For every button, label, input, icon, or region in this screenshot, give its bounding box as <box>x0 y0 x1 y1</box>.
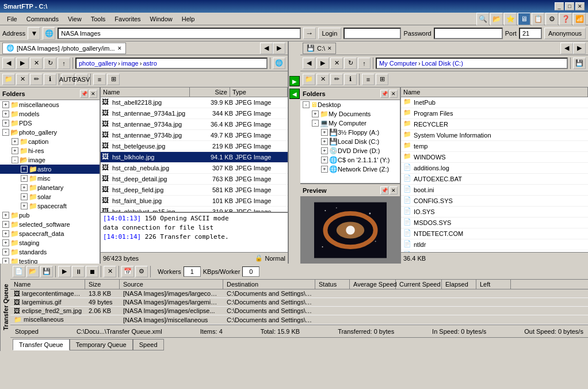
qh-avg-speed[interactable]: Average Speed <box>350 280 396 289</box>
toolbar-icon-7[interactable]: ❓ <box>559 13 572 25</box>
ftp-refresh[interactable]: ↻ <box>44 58 56 69</box>
tree-item-pub[interactable]: + 📁 pub <box>0 211 100 220</box>
queue-row[interactable]: 📁 miscellaneous [NASA Images]/miscellane… <box>10 315 588 325</box>
local-tree-my-computer[interactable]: - 💻 My Computer <box>300 119 400 128</box>
menu-view[interactable]: View <box>63 14 86 24</box>
qh-left[interactable]: Left <box>476 280 511 289</box>
file-row[interactable]: 🖼 hst_abell2218.jpg 39.9 KB JPEG Image <box>101 97 288 108</box>
file-row[interactable]: 🖼 hst_globclust_m15.jpg 319 KB JPEG Imag… <box>101 207 288 212</box>
file-row-selected[interactable]: 🖼 hst_blkhole.jpg 94.1 KB JPEG Image <box>101 152 288 163</box>
ftp-tab-close[interactable]: ✕ <box>117 45 122 51</box>
local-up[interactable]: ↑ <box>358 58 371 69</box>
file-row[interactable]: 🖼 hst_deep_field.jpg 581 KB JPEG Image <box>101 185 288 196</box>
local-folders-pin[interactable]: 📌 <box>380 90 388 98</box>
local-nav-end[interactable]: 💾 <box>573 58 586 69</box>
col-header-name[interactable]: Name <box>101 87 190 97</box>
local-tree-network-y[interactable]: + 🌐 C$ on '2.1.1.1' (Y:) <box>300 155 400 165</box>
ftp-folders-close[interactable]: ✕ <box>89 90 97 98</box>
tree-item-standards[interactable]: + 📁 standards <box>0 247 100 257</box>
tree-item-spacecraft[interactable]: + 📁 spacecraft <box>0 201 100 211</box>
maximize-button[interactable]: □ <box>565 2 574 10</box>
qh-cur-speed[interactable]: Current Speed <box>396 280 442 289</box>
local-tree-local-disk[interactable]: + 💾 Local Disk (C:) <box>300 137 400 146</box>
queue-new[interactable]: 📄 <box>13 266 25 277</box>
local-file-row[interactable]: 📁 InetPub <box>401 97 588 108</box>
qh-name[interactable]: Name <box>10 280 85 289</box>
qh-elapsed[interactable]: Elapsed <box>442 280 476 289</box>
workers-input[interactable] <box>184 266 201 277</box>
tree-item-testing[interactable]: + 📁 testing <box>0 257 100 264</box>
minimize-button[interactable]: _ <box>555 2 564 10</box>
login-button[interactable]: Login <box>318 28 342 39</box>
queue-stop[interactable]: ⏹ <box>86 266 98 277</box>
password-input[interactable] <box>434 28 503 39</box>
ftp-next-tab[interactable]: ▶ <box>273 43 285 54</box>
queue-row[interactable]: 🖼 largeminus.gif 49 bytes [NASA Images]/… <box>10 298 588 307</box>
transfer-left-button[interactable]: ◀ <box>289 89 300 99</box>
tree-item-image[interactable]: - 📂 image <box>0 155 100 165</box>
preview-close[interactable]: ✕ <box>390 186 398 194</box>
tree-item-planetary[interactable]: + 📁 planetary <box>0 183 100 192</box>
ftp-new-folder[interactable]: 📁 <box>2 74 15 85</box>
tree-item-caption[interactable]: + 📁 caption <box>0 137 100 146</box>
local-file-row[interactable]: 📄 CONFIG.SYS <box>401 196 588 207</box>
local-file-row[interactable]: 📄 boot.ini <box>401 185 588 196</box>
local-properties[interactable]: ℹ <box>344 74 357 85</box>
qh-status[interactable]: Status <box>315 280 350 289</box>
local-stop[interactable]: ✕ <box>330 58 343 69</box>
local-file-row[interactable]: 📁 temp <box>401 141 588 152</box>
col-header-size[interactable]: Size <box>190 87 230 97</box>
toolbar-icon-5[interactable]: 📋 <box>532 13 544 25</box>
local-next-tab[interactable]: ▶ <box>573 43 586 54</box>
toolbar-icon-1[interactable]: 🔍 <box>476 13 489 25</box>
local-file-row[interactable]: 📄 ntldr <box>401 239 588 250</box>
local-tree-dvd[interactable]: + 💿 DVD Drive (D:) <box>300 146 400 155</box>
toolbar-icon-2[interactable]: 📂 <box>490 13 503 25</box>
breadcrumb-astro[interactable]: astro <box>143 60 156 67</box>
ftp-prev-tab[interactable]: ◀ <box>260 43 273 54</box>
local-file-row[interactable]: 📁 Program Files <box>401 108 588 119</box>
col-header-type[interactable]: Type <box>230 87 288 97</box>
ftp-list-view[interactable]: ≡ <box>93 74 106 85</box>
local-detail-view[interactable]: ⊞ <box>376 74 388 85</box>
tree-item-staging[interactable]: + 📁 staging <box>0 238 100 247</box>
tree-item-misc[interactable]: + 📁 misc <box>0 174 100 183</box>
toolbar-icon-3[interactable]: ⭐ <box>504 13 517 25</box>
breadcrumb-image[interactable]: image <box>121 60 139 67</box>
port-input[interactable] <box>519 28 542 39</box>
menu-commands[interactable]: Commands <box>22 14 63 24</box>
queue-pause[interactable]: ⏸ <box>72 266 85 277</box>
toolbar-icon-4[interactable]: 🖥 <box>518 13 530 25</box>
ftp-pasv[interactable]: PASV <box>75 74 88 85</box>
ftp-tab[interactable]: 🌐 [NASA Images] /photo_gallery/im... ✕ <box>2 43 126 54</box>
ftp-nav-end[interactable]: 🌐 <box>273 58 285 69</box>
address-dropdown-button[interactable]: ▼ <box>28 27 40 40</box>
local-rename[interactable]: ✏ <box>330 74 343 85</box>
toolbar-icon-6[interactable]: ⚙ <box>545 13 558 25</box>
menu-help[interactable]: Help <box>177 14 200 24</box>
close-button[interactable]: ✕ <box>575 2 585 10</box>
local-file-row[interactable]: 📄 additions.log <box>401 163 588 174</box>
menu-file[interactable]: File <box>2 14 22 24</box>
file-row[interactable]: 🖼 hst_betelgeuse.jpg 219 KB JPEG Image <box>101 141 288 152</box>
tree-item-solar[interactable]: + 📁 solar <box>0 192 100 201</box>
local-list-view[interactable]: ≡ <box>362 74 375 85</box>
ftp-auto[interactable]: AUTO <box>62 74 74 85</box>
file-row[interactable]: 🖼 hst_antennae_9734a1.jpg 344 KB JPEG Im… <box>101 108 288 119</box>
file-row[interactable]: 🖼 hst_faint_blue.jpg 101 KB JPEG Image <box>101 196 288 207</box>
ftp-up[interactable]: ↑ <box>58 58 70 69</box>
address-go-button[interactable]: → <box>303 28 316 39</box>
local-tree-my-documents[interactable]: + 📁 My Documents <box>300 109 400 119</box>
menu-tools[interactable]: Tools <box>86 14 110 24</box>
menu-window[interactable]: Window <box>146 14 177 24</box>
breadcrumb-my-computer[interactable]: My Computer <box>379 60 417 67</box>
local-tree-network-drive[interactable]: + 🌐 Network Drive (Z:) <box>300 165 400 174</box>
queue-row[interactable]: 🖼 eclipse_fred2_sm.jpg 2.06 KB [NASA Ima… <box>10 307 588 315</box>
tree-item-selected-software[interactable]: + 📁 selected_software <box>0 220 100 229</box>
local-file-row[interactable]: 📄 MSDOS.SYS <box>401 218 588 228</box>
queue-row[interactable]: 🖼 largecontentimage.jpg 13.8 KB [NASA Im… <box>10 289 588 298</box>
local-forward[interactable]: ▶ <box>316 58 329 69</box>
queue-open[interactable]: 📂 <box>26 266 39 277</box>
qh-size[interactable]: Size <box>85 280 120 289</box>
menu-favorites[interactable]: Favorites <box>110 14 145 24</box>
